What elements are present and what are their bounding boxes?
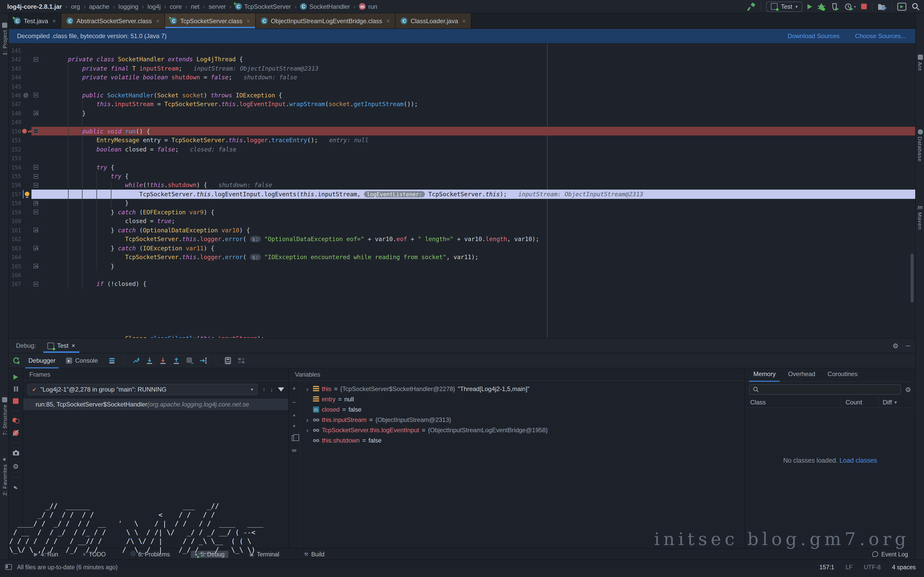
code-line[interactable]: 160 closed = true; — [9, 217, 915, 226]
debug-tab-debugger[interactable]: Debugger — [23, 353, 61, 368]
code-line[interactable]: 144 private volatile boolean shutdown = … — [9, 73, 915, 82]
stop-process-button[interactable] — [13, 398, 19, 404]
run-with-coverage-icon[interactable] — [831, 2, 840, 11]
editor-tab[interactable]: CObjectInputStreamLogEventBridge.class× — [256, 13, 396, 28]
code-line[interactable]: Closer.closeSilently(this.inputStream); — [9, 334, 915, 338]
tool-window-toggle-icon[interactable] — [5, 564, 12, 570]
code-line[interactable]: 164 TcpSocketServer.this.logger.error( s… — [9, 253, 915, 262]
code-line[interactable]: 161 } catch (OptionalDataException var10… — [9, 226, 915, 235]
line-separator[interactable]: LF — [846, 564, 853, 570]
debug-bug-icon[interactable] — [817, 2, 826, 11]
project-structure-icon[interactable] — [877, 2, 886, 11]
code-line[interactable]: 166 — [9, 271, 915, 280]
memory-search-input[interactable] — [761, 386, 897, 393]
code-line[interactable]: 148 } — [9, 109, 915, 118]
view-breakpoints-icon[interactable] — [12, 418, 19, 424]
fold-marker-icon[interactable] — [34, 201, 38, 206]
code-line[interactable]: 149 — [9, 118, 915, 127]
breadcrumb-item-log4j-core-2-8-1-jar[interactable]: log4j-core-2.8.1.jar — [7, 3, 62, 10]
caret-position[interactable]: 157:1 — [819, 564, 834, 570]
stop-button[interactable] — [861, 3, 867, 9]
tab-close-icon[interactable]: × — [156, 17, 160, 24]
debugger-settings-gear-icon[interactable]: ⚙ — [13, 463, 19, 471]
variable-row[interactable]: 01closed = false — [300, 405, 745, 415]
frame-up-icon[interactable]: ↑ — [262, 386, 265, 393]
breadcrumb-item-net[interactable]: net — [191, 3, 199, 10]
fold-marker-icon[interactable] — [34, 111, 38, 116]
memory-search-box[interactable] — [749, 384, 901, 395]
run-configuration-select[interactable]: Test ▾ — [766, 1, 802, 11]
expand-chevron-icon[interactable]: › — [304, 426, 310, 434]
line-number[interactable]: 150 — [9, 128, 21, 134]
fold-marker-icon[interactable] — [34, 93, 38, 98]
line-number[interactable]: 144 — [9, 74, 21, 81]
mute-breakpoints-icon[interactable] — [13, 430, 19, 436]
resume-button[interactable] — [13, 374, 18, 380]
line-number[interactable]: 152 — [9, 146, 21, 152]
pin-tab-icon[interactable]: ✒ — [11, 484, 20, 492]
fold-marker-icon[interactable] — [34, 228, 38, 232]
code-line[interactable]: 141 — [9, 46, 915, 55]
thread-dump-camera-icon[interactable] — [12, 450, 19, 456]
breadcrumb-item-server[interactable]: server — [208, 3, 226, 10]
drop-frame-icon[interactable] — [186, 357, 193, 364]
memory-settings-gear-icon[interactable]: ⚙ — [905, 385, 911, 393]
code-line[interactable]: 158 } — [9, 198, 915, 208]
fold-marker-icon[interactable] — [34, 129, 38, 134]
threads-view-icon[interactable] — [108, 357, 115, 364]
line-number[interactable]: 151 — [9, 137, 21, 143]
choose-sources-link[interactable]: Choose Sources... — [855, 32, 906, 40]
show-execution-point-icon[interactable] — [132, 357, 140, 364]
variable-row[interactable]: entry = null — [300, 394, 745, 405]
code-line[interactable]: 147 this.inputStream = TcpSocketServer.t… — [9, 100, 915, 109]
tab-close-icon[interactable]: × — [247, 17, 250, 24]
editor-tab[interactable]: CTcpSocketServer.class× — [165, 13, 256, 28]
code-line[interactable]: 165 } — [9, 262, 915, 271]
toolwindow-button-5-debug[interactable]: ●5: Debug — [191, 550, 228, 558]
toolwindow-button-4-run[interactable]: ▶4: Run — [31, 550, 62, 558]
line-number[interactable]: 143 — [9, 65, 21, 71]
search-everywhere-icon[interactable] — [912, 2, 920, 11]
line-number[interactable]: 153 — [9, 155, 21, 161]
line-number[interactable]: 141 — [9, 47, 21, 53]
fold-marker-icon[interactable] — [34, 264, 38, 268]
hide-frames-filter-icon[interactable] — [278, 387, 284, 392]
toolwindow-button-6-problems[interactable]: ⓘ6: Problems — [127, 550, 173, 558]
frame-down-icon[interactable]: ↓ — [270, 386, 273, 393]
fold-marker-icon[interactable] — [34, 282, 38, 287]
fold-marker-icon[interactable] — [34, 57, 38, 61]
force-step-into-icon[interactable] — [159, 357, 166, 364]
fold-marker-icon[interactable] — [34, 165, 38, 169]
memory-tab-coroutines[interactable]: Coroutines — [822, 368, 863, 381]
line-number[interactable]: 146 — [9, 92, 21, 98]
fold-marker-icon[interactable] — [34, 174, 38, 179]
scroll-down-icon[interactable]: ▼ — [292, 424, 296, 429]
line-number[interactable]: 158 — [9, 200, 21, 206]
step-out-icon[interactable] — [173, 357, 180, 364]
code-line[interactable]: 162 TcpSocketServer.this.logger.error( s… — [9, 235, 915, 244]
variable-row[interactable]: oothis.shutdown = false — [300, 435, 745, 446]
code-line[interactable]: 151 EntryMessage entry = TcpSocketServer… — [9, 136, 915, 145]
memory-tab-memory[interactable]: Memory — [748, 368, 781, 381]
tool-strip-button-2-favorites[interactable]: ★2: Favorites — [0, 456, 9, 496]
rerun-button[interactable] — [9, 357, 23, 364]
build-hammer-icon[interactable] — [747, 2, 756, 11]
code-line[interactable]: 154 try { — [9, 163, 915, 172]
editor-tab[interactable]: CAbstractSocketServer.class× — [61, 13, 165, 28]
breadcrumb-item-core[interactable]: core — [170, 3, 182, 10]
variable-row[interactable]: ›this = {TcpSocketServer$SocketHandler@2… — [300, 384, 745, 394]
code-line[interactable]: 145 — [9, 82, 915, 91]
line-number[interactable]: 147 — [9, 101, 21, 107]
code-line[interactable]: 152 boolean closed = false;closed: false — [9, 145, 915, 154]
line-number[interactable]: 159 — [9, 209, 21, 215]
line-number[interactable]: 155 — [9, 173, 21, 179]
code-line[interactable]: 153 — [9, 154, 915, 163]
fold-marker-icon[interactable] — [34, 183, 38, 187]
debug-settings-gear-icon[interactable]: ⚙ — [893, 342, 898, 350]
line-number[interactable]: 166 — [9, 272, 21, 278]
toolwindow-button-todo[interactable]: ≡TODO — [79, 550, 110, 558]
stack-frame-row[interactable]: run:85, TcpSocketServer$SocketHandler (o… — [23, 399, 288, 410]
tab-close-icon[interactable]: × — [462, 17, 466, 24]
close-icon[interactable]: × — [71, 342, 75, 349]
variable-row[interactable]: ›oothis.inputStream = {ObjectInputStream… — [300, 415, 745, 425]
